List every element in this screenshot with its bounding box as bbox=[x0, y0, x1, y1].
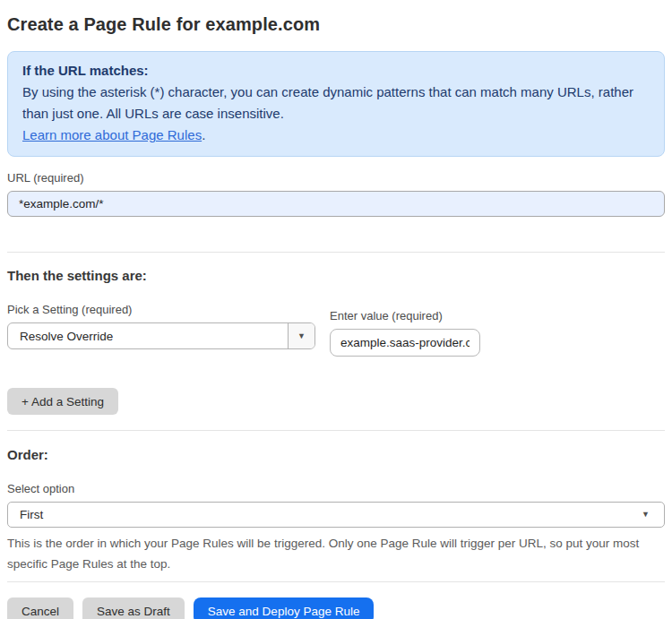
learn-more-link[interactable]: Learn more about Page Rules bbox=[22, 127, 202, 142]
setting-dropdown-value: Resolve Override bbox=[8, 323, 288, 348]
setting-dropdown[interactable]: Resolve Override ▼ bbox=[7, 322, 315, 349]
settings-section-heading: Then the settings are: bbox=[7, 268, 665, 284]
setting-dropdown-button[interactable]: ▼ bbox=[288, 323, 314, 348]
order-select-value: First bbox=[20, 508, 43, 521]
info-box-link-line: Learn more about Page Rules. bbox=[22, 125, 650, 146]
setting-picker-label: Pick a Setting (required) bbox=[7, 303, 315, 317]
add-setting-button[interactable]: + Add a Setting bbox=[7, 388, 118, 415]
info-box-heading: If the URL matches: bbox=[22, 60, 650, 82]
setting-value-column: Enter value (required) bbox=[330, 303, 480, 357]
order-select[interactable]: First ▼ bbox=[7, 502, 665, 528]
divider bbox=[7, 581, 665, 582]
order-section-heading: Order: bbox=[7, 447, 665, 463]
page-title: Create a Page Rule for example.com bbox=[7, 13, 665, 36]
setting-value-label: Enter value (required) bbox=[330, 309, 480, 323]
settings-row: Pick a Setting (required) Resolve Overri… bbox=[7, 303, 665, 357]
order-select-label: Select option bbox=[7, 482, 665, 496]
footer-buttons: Cancel Save as Draft Save and Deploy Pag… bbox=[7, 598, 665, 619]
url-match-info-box: If the URL matches: By using the asteris… bbox=[7, 51, 665, 157]
info-box-body: By using the asterisk (*) character, you… bbox=[22, 82, 650, 125]
link-period: . bbox=[202, 127, 205, 142]
divider bbox=[7, 252, 665, 253]
setting-picker-column: Pick a Setting (required) Resolve Overri… bbox=[7, 303, 315, 349]
cancel-button[interactable]: Cancel bbox=[7, 598, 73, 619]
chevron-down-icon: ▼ bbox=[297, 332, 306, 340]
url-input[interactable] bbox=[7, 191, 665, 217]
save-and-deploy-button[interactable]: Save and Deploy Page Rule bbox=[194, 598, 375, 619]
divider bbox=[7, 430, 665, 431]
setting-value-input[interactable] bbox=[330, 329, 480, 357]
url-field-label: URL (required) bbox=[7, 171, 665, 185]
page-rule-form: Create a Page Rule for example.com If th… bbox=[0, 13, 672, 619]
save-as-draft-button[interactable]: Save as Draft bbox=[82, 598, 185, 619]
chevron-down-icon: ▼ bbox=[642, 511, 650, 519]
order-help-text: This is the order in which your Page Rul… bbox=[7, 533, 656, 574]
